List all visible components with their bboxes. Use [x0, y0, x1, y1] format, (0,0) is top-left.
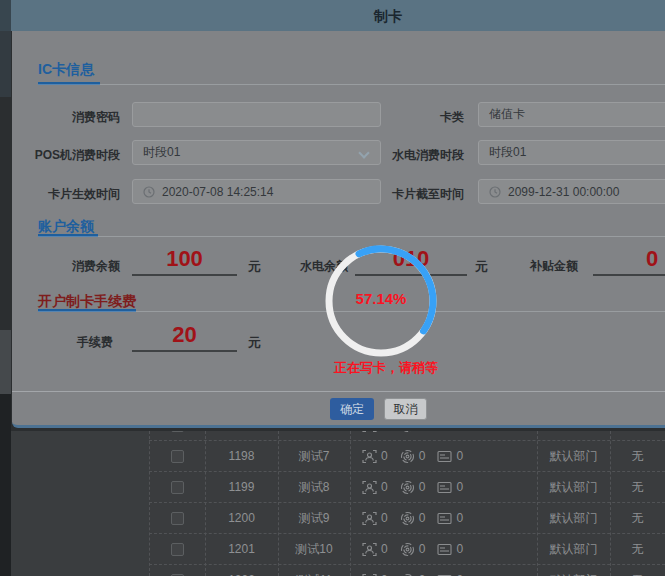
card-icon: [437, 543, 452, 556]
page-left-edge: [0, 97, 11, 330]
row-checkbox[interactable]: [171, 431, 184, 432]
table-rows: 0 0 0 默认部门 无 1198 测试7: [149, 431, 665, 576]
table-row: 1198 测试7 0 0: [149, 441, 665, 472]
face-scan-icon: [362, 573, 377, 576]
column-divider: [610, 431, 611, 576]
row-name: 测试8: [278, 479, 350, 496]
row-extra: 无: [610, 431, 665, 434]
value-underline: [132, 274, 237, 276]
fingerprint-icon: [400, 480, 415, 495]
start-time-input[interactable]: 2020-07-08 14:25:14: [132, 179, 381, 204]
subsidy-value: 0: [593, 246, 665, 272]
fingerprint-count: 0: [419, 480, 426, 494]
consume-balance-label: 消费余额: [32, 258, 120, 275]
password-input[interactable]: [143, 108, 370, 122]
row-extra: 无: [610, 479, 665, 496]
utility-period-select[interactable]: 时段01: [478, 140, 665, 165]
row-checkbox[interactable]: [171, 481, 184, 494]
row-id: 1198: [205, 449, 278, 463]
table-row: 1202 测试11 0 0: [149, 565, 665, 576]
card-count: 0: [456, 449, 463, 463]
table-row: 1201 测试10 0 0: [149, 534, 665, 565]
column-divider: [278, 431, 279, 576]
end-time-input[interactable]: 2099-12-31 00:00:00: [478, 179, 665, 204]
row-name: 测试7: [278, 448, 350, 465]
face-count: 0: [381, 542, 388, 556]
pos-period-label: POS机消费时段: [20, 147, 120, 164]
value-underline: [593, 274, 665, 276]
face-scan-icon: [362, 542, 377, 557]
table-row: 0 0 0 默认部门 无: [149, 431, 665, 441]
card-count: 0: [456, 431, 463, 432]
row-department: 默认部门: [537, 448, 610, 465]
ok-button[interactable]: 确定: [330, 398, 374, 420]
page-left-edge: [0, 394, 11, 576]
utility-balance-unit: 元: [475, 258, 488, 276]
column-divider: [537, 431, 538, 576]
progress-message: 正在写卡，请稍等: [286, 359, 486, 377]
card-count: 0: [456, 480, 463, 494]
face-scan-icon: [362, 511, 377, 526]
section-divider: [38, 84, 665, 85]
face-scan-icon: [362, 431, 377, 433]
page-left-edge: [0, 31, 11, 97]
fee-unit: 元: [248, 334, 261, 352]
row-name: 测试10: [278, 541, 350, 558]
fingerprint-count: 0: [419, 431, 426, 432]
consume-balance-value: 100: [132, 246, 237, 272]
background-panel: [11, 431, 149, 576]
progress-percent: 57.14%: [323, 290, 439, 307]
screen: 制卡 IC卡信息 消费密码 卡类 储值卡 POS机消费时段 时段01 水电消费时…: [0, 0, 665, 576]
row-extra: 无: [610, 541, 665, 558]
utility-period-label: 水电消费时段: [364, 147, 464, 164]
row-extra: 无: [610, 510, 665, 527]
row-extra: 无: [610, 448, 665, 465]
value-underline: [132, 350, 237, 352]
section-divider: [38, 236, 665, 237]
pos-period-value: 时段01: [143, 144, 180, 161]
dialog-title: 制卡: [374, 8, 402, 26]
face-scan-icon: [362, 449, 377, 464]
card-count: 0: [456, 511, 463, 525]
start-time-label: 卡片生效时间: [20, 186, 120, 203]
fingerprint-icon: [400, 573, 415, 576]
column-divider: [149, 431, 150, 576]
face-count: 0: [381, 480, 388, 494]
fingerprint-icon: [400, 542, 415, 557]
fingerprint-icon: [400, 431, 415, 433]
row-checkbox[interactable]: [171, 543, 184, 556]
row-checkbox[interactable]: [171, 450, 184, 463]
card-count: 0: [456, 542, 463, 556]
row-name: 测试9: [278, 510, 350, 527]
cancel-button[interactable]: 取消: [384, 398, 427, 420]
card-type-value: 储值卡: [489, 106, 525, 123]
row-department: 默认部门: [537, 572, 610, 576]
face-count: 0: [381, 449, 388, 463]
dialog-header: 制卡: [11, 0, 665, 31]
background-table: 0 0 0 默认部门 无 1198 测试7: [149, 431, 665, 576]
face-scan-icon: [362, 480, 377, 495]
pos-period-select[interactable]: 时段01: [132, 140, 381, 165]
fingerprint-icon: [400, 449, 415, 464]
column-divider: [350, 431, 351, 576]
row-checkbox[interactable]: [171, 512, 184, 525]
page-left-edge: [0, 330, 11, 394]
fingerprint-icon: [400, 511, 415, 526]
card-icon: [437, 450, 452, 463]
face-count: 0: [381, 431, 388, 432]
start-time-value: 2020-07-08 14:25:14: [162, 185, 273, 199]
card-type-label: 卡类: [364, 109, 464, 126]
subsidy-label: 补贴金额: [490, 258, 578, 275]
row-name: 测试11: [278, 572, 350, 576]
fingerprint-count: 0: [419, 449, 426, 463]
column-divider: [205, 431, 206, 576]
table-row: 1200 测试9 0 0: [149, 503, 665, 534]
row-department: 默认部门: [537, 510, 610, 527]
fee-value: 20: [132, 322, 237, 348]
row-department: 默认部门: [537, 479, 610, 496]
face-count: 0: [381, 511, 388, 525]
clock-icon: [489, 186, 501, 198]
card-type-input[interactable]: 储值卡: [478, 102, 665, 127]
clock-icon: [143, 186, 155, 198]
end-time-value: 2099-12-31 00:00:00: [508, 185, 619, 199]
